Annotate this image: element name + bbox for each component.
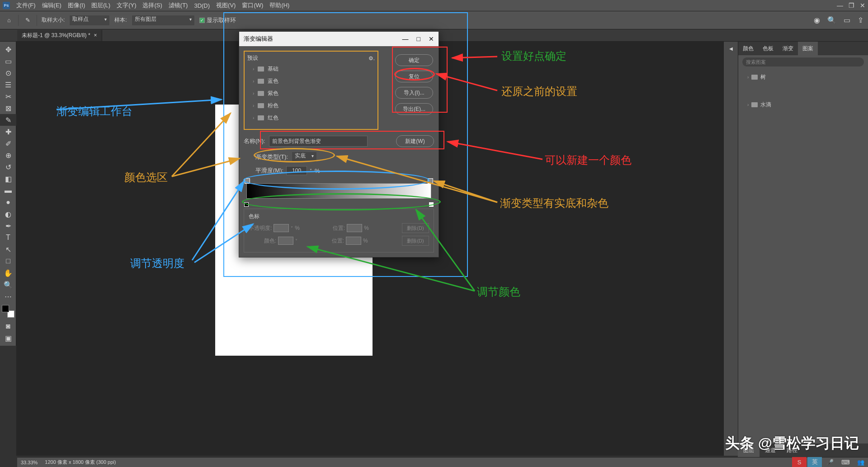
annotation-box [260, 131, 444, 149]
tab-title: 未标题-1 @ 33.3%(RGB/8) * [22, 32, 90, 39]
tab-gradients[interactable]: 渐变 [778, 42, 798, 55]
ps-logo-icon: Ps [3, 2, 10, 9]
right-panel: ◄ 颜色 色板 渐变 图案 搜索图案 ›树 ›水滴 [723, 42, 868, 456]
menu-file[interactable]: 文件(F) [16, 1, 36, 10]
pen-tool-icon[interactable]: ✒ [0, 220, 16, 232]
zoom-level[interactable]: 33.33% [21, 460, 38, 465]
watermark: 头条 @雪松学习日记 [725, 434, 859, 453]
search-input[interactable]: 搜索图案 [742, 57, 864, 67]
path-tool-icon[interactable]: ↖ [0, 243, 16, 255]
divider [37, 15, 37, 26]
chevron-right-icon: › [747, 75, 749, 80]
annotation-ellipse [242, 193, 441, 210]
mic-icon[interactable]: 🎤 [823, 457, 837, 467]
menu-view[interactable]: 视图(V) [216, 1, 236, 10]
annotation-ellipse [394, 68, 435, 81]
eyedropper-tool-icon[interactable]: ✎ [0, 114, 16, 126]
sample-label: 样本: [114, 16, 127, 24]
taskbar: S 英 🎤 ⌨ 👥 [792, 457, 868, 467]
sample-size-label: 取样大小: [42, 16, 65, 24]
tab-swatches[interactable]: 色板 [758, 42, 778, 55]
home-icon[interactable]: ⌂ [5, 16, 14, 25]
statusbar: 33.33% 1200 像素 x 1800 像素 (300 ppi) [17, 457, 868, 467]
history-brush-icon[interactable]: ↺ [0, 161, 16, 173]
text-tool-icon[interactable]: T [0, 232, 16, 243]
ime-icon[interactable]: 英 [807, 457, 822, 467]
gradient-tool-icon[interactable]: ▬ [0, 185, 16, 196]
sogou-icon[interactable]: S [792, 457, 807, 467]
tab-color[interactable]: 颜色 [738, 42, 758, 55]
color-swatch[interactable] [2, 305, 14, 318]
tree-item-trees[interactable]: ›树 [740, 71, 866, 83]
dodge-tool-icon[interactable]: ◐ [0, 208, 16, 220]
move-tool-icon[interactable]: ✥ [0, 43, 16, 55]
menubar: Ps 文件(F) 编辑(E) 图像(I) 图层(L) 文字(Y) 选择(S) 滤… [0, 0, 868, 11]
lasso-tool-icon[interactable]: ⊙ [0, 67, 16, 79]
menu-select[interactable]: 选择(S) [142, 1, 162, 10]
menu-edit[interactable]: 编辑(E) [42, 1, 61, 10]
more-tools-icon[interactable]: ⋯ [0, 291, 16, 302]
menu-layer[interactable]: 图层(L) [91, 1, 110, 10]
divider [18, 15, 19, 26]
marquee-tool-icon[interactable]: ▭ [0, 55, 16, 67]
stamp-tool-icon[interactable]: ⊕ [0, 149, 16, 161]
cloud-icon[interactable]: ◉ [814, 16, 820, 24]
people-icon[interactable]: 👥 [854, 457, 868, 467]
menu-text[interactable]: 文字(Y) [117, 1, 136, 10]
minimize-icon[interactable]: — [837, 2, 843, 9]
tab-patterns[interactable]: 图案 [798, 42, 818, 55]
eyedropper-icon[interactable]: ✎ [23, 16, 32, 25]
folder-icon [751, 102, 758, 107]
blur-tool-icon[interactable]: ● [0, 196, 16, 208]
annotation-ellipse [243, 171, 429, 190]
brush-tool-icon[interactable]: ✐ [0, 138, 16, 149]
sample-select[interactable]: 所有图层 [132, 15, 195, 26]
menu-3d[interactable]: 3D(D) [194, 2, 210, 9]
maximize-icon[interactable]: ❐ [849, 2, 854, 9]
chevron-right-icon: › [747, 102, 749, 107]
quickmask-icon[interactable]: ◙ [0, 320, 16, 332]
show-ring-checkbox[interactable]: ✓ [199, 18, 205, 23]
document-tab[interactable]: 未标题-1 @ 33.3%(RGB/8) * × [17, 30, 102, 41]
menu-image[interactable]: 图像(I) [68, 1, 85, 10]
heal-tool-icon[interactable]: ✚ [0, 126, 16, 138]
zoom-tool-icon[interactable]: 🔍 [0, 279, 16, 291]
pattern-tree: ›树 ›水滴 [738, 69, 868, 113]
keyboard-icon[interactable]: ⌨ [838, 457, 853, 467]
panel-toggle-icon[interactable]: ◄ [724, 42, 738, 55]
tab-close-icon[interactable]: × [94, 32, 97, 38]
folder-icon [751, 75, 758, 80]
wand-tool-icon[interactable]: ☰ [0, 79, 16, 91]
close-icon[interactable]: ✕ [860, 2, 865, 9]
menu-help[interactable]: 帮助(H) [269, 1, 289, 10]
tree-item-water[interactable]: ›水滴 [740, 99, 866, 110]
doc-info: 1200 像素 x 1800 像素 (300 ppi) [45, 459, 116, 466]
annotation-ellipse [254, 148, 335, 162]
toolbar: ✥ ▭ ⊙ ☰ ✂ ⊠ ✎ ✚ ✐ ⊕ ↺ ◧ ▬ ● ◐ ✒ T ↖ □ ✋ … [0, 42, 16, 346]
sample-size-select[interactable]: 取样点 [69, 15, 110, 26]
menu-window[interactable]: 窗口(W) [242, 1, 263, 10]
share-icon[interactable]: ⇪ [858, 16, 863, 24]
search-icon[interactable]: 🔍 [827, 16, 836, 24]
crop-tool-icon[interactable]: ✂ [0, 91, 16, 102]
eraser-tool-icon[interactable]: ◧ [0, 173, 16, 185]
frame-tool-icon[interactable]: ⊠ [0, 102, 16, 114]
shape-tool-icon[interactable]: □ [0, 255, 16, 267]
screenmode-icon[interactable]: ▣ [0, 332, 16, 344]
workspace-icon[interactable]: ▭ [844, 16, 850, 24]
hand-tool-icon[interactable]: ✋ [0, 267, 16, 279]
menu-filter[interactable]: 滤镜(T) [169, 1, 188, 10]
